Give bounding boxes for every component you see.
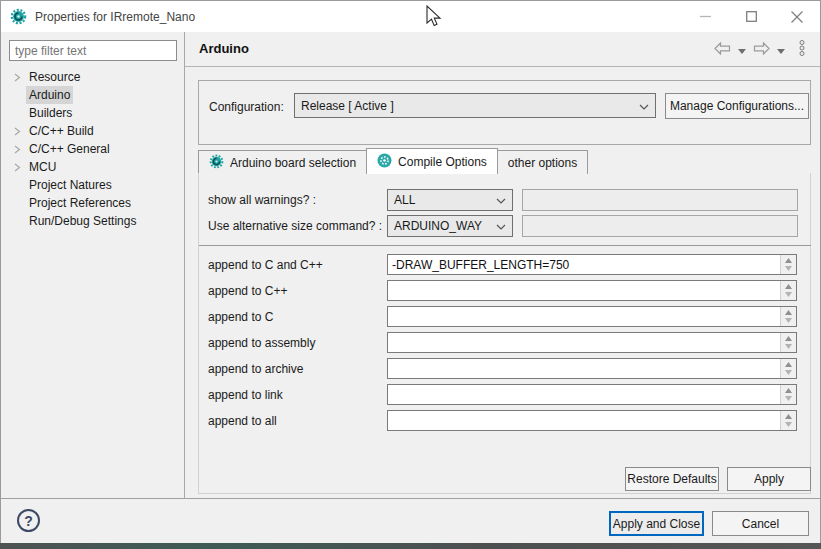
show-all-warnings-extra-field bbox=[522, 189, 798, 211]
chevron-down-icon bbox=[639, 99, 649, 113]
chevron-right-icon[interactable] bbox=[10, 163, 24, 172]
tab-compile-options[interactable]: Compile Options bbox=[366, 148, 498, 174]
minimize-button[interactable] bbox=[682, 1, 728, 32]
minimize-icon bbox=[700, 11, 711, 22]
restore-defaults-button[interactable]: Restore Defaults bbox=[625, 467, 719, 491]
apply-button[interactable]: Apply bbox=[727, 467, 811, 491]
close-icon bbox=[791, 11, 803, 23]
manage-configurations-button[interactable]: Manage Configurations... bbox=[665, 93, 809, 119]
footer-bar: ? Apply and Close Cancel bbox=[1, 499, 820, 543]
tab-arduino-board-selection[interactable]: Arduino board selection bbox=[198, 150, 367, 174]
append-all-input[interactable] bbox=[388, 411, 780, 430]
configuration-label: Configuration: bbox=[209, 100, 284, 114]
spinner-icon[interactable] bbox=[780, 281, 796, 300]
form-separator bbox=[199, 245, 811, 246]
properties-tree-sidebar: Resource Arduino Builders C/C++ Build C/… bbox=[2, 32, 184, 498]
header-divider bbox=[185, 66, 820, 67]
sidebar-divider bbox=[184, 32, 185, 498]
window-title: Properties for IRremote_Nano bbox=[35, 10, 195, 24]
view-menu-icon[interactable] bbox=[798, 40, 806, 59]
append-c-cpp-input[interactable] bbox=[388, 255, 780, 274]
configuration-group: Configuration: Release [ Active ] Manage… bbox=[198, 80, 811, 145]
tab-other-options[interactable]: other options bbox=[497, 150, 588, 174]
tree-item-mcu[interactable]: MCU bbox=[2, 158, 184, 176]
header-nav-tools bbox=[714, 40, 806, 59]
tree-item-cpp-build[interactable]: C/C++ Build bbox=[2, 122, 184, 140]
tab-bar: Arduino board selection Compile Options … bbox=[198, 148, 587, 174]
spinner-icon[interactable] bbox=[780, 333, 796, 352]
tree-item-builders[interactable]: Builders bbox=[2, 104, 184, 122]
append-assembly-input[interactable] bbox=[388, 333, 780, 352]
page-title: Arduino bbox=[199, 41, 249, 56]
maximize-button[interactable] bbox=[728, 1, 774, 32]
chevron-down-icon bbox=[496, 219, 506, 233]
tree-item-resource[interactable]: Resource bbox=[2, 68, 184, 86]
properties-tree: Resource Arduino Builders C/C++ Build C/… bbox=[2, 68, 184, 230]
maximize-icon bbox=[746, 11, 757, 22]
sloeber-gear-icon bbox=[209, 154, 224, 172]
append-all-label: append to all bbox=[208, 414, 277, 428]
spinner-icon[interactable] bbox=[780, 307, 796, 326]
background-window-strip bbox=[0, 543, 821, 549]
spinner-icon[interactable] bbox=[780, 411, 796, 430]
append-link-field-wrap bbox=[387, 384, 797, 405]
sloeber-gear-icon bbox=[10, 8, 27, 25]
compile-options-pane: show all warnings? : ALL Use alternative… bbox=[198, 173, 811, 494]
chevron-down-icon bbox=[496, 193, 506, 207]
append-link-input[interactable] bbox=[388, 385, 780, 404]
back-arrow-icon[interactable] bbox=[714, 42, 731, 58]
tree-item-run-debug-settings[interactable]: Run/Debug Settings bbox=[2, 212, 184, 230]
append-assembly-field-wrap bbox=[387, 332, 797, 353]
append-cpp-label: append to C++ bbox=[208, 284, 287, 298]
apply-and-close-button[interactable]: Apply and Close bbox=[609, 511, 704, 536]
append-assembly-label: append to assembly bbox=[208, 336, 315, 350]
gear-circle-icon bbox=[377, 153, 392, 171]
close-button[interactable] bbox=[774, 1, 820, 32]
tree-item-project-references[interactable]: Project References bbox=[2, 194, 184, 212]
append-archive-label: append to archive bbox=[208, 362, 303, 376]
append-cpp-input[interactable] bbox=[388, 281, 780, 300]
append-archive-input[interactable] bbox=[388, 359, 780, 378]
question-mark-icon: ? bbox=[24, 513, 33, 529]
filter-input[interactable] bbox=[9, 40, 177, 61]
page-header: Arduino bbox=[185, 32, 820, 66]
tree-item-project-natures[interactable]: Project Natures bbox=[2, 176, 184, 194]
cancel-button[interactable]: Cancel bbox=[712, 511, 809, 536]
alternative-size-label: Use alternative size command? : bbox=[208, 219, 382, 233]
properties-dialog: Properties for IRremote_Nano Resource Ar… bbox=[0, 0, 821, 543]
chevron-right-icon[interactable] bbox=[10, 73, 24, 82]
append-cpp-field-wrap bbox=[387, 280, 797, 301]
append-link-label: append to link bbox=[208, 388, 283, 402]
title-bar[interactable]: Properties for IRremote_Nano bbox=[1, 1, 820, 32]
chevron-right-icon[interactable] bbox=[10, 127, 24, 136]
tree-item-arduino[interactable]: Arduino bbox=[2, 86, 184, 104]
spinner-icon[interactable] bbox=[780, 359, 796, 378]
append-archive-field-wrap bbox=[387, 358, 797, 379]
show-all-warnings-label: show all warnings? : bbox=[208, 193, 316, 207]
append-all-field-wrap bbox=[387, 410, 797, 431]
append-c-label: append to C bbox=[208, 310, 273, 324]
append-c-cpp-field-wrap bbox=[387, 254, 797, 275]
alternative-size-select[interactable]: ARDUINO_WAY bbox=[387, 215, 513, 237]
spinner-icon[interactable] bbox=[780, 385, 796, 404]
forward-arrow-icon[interactable] bbox=[753, 42, 770, 58]
alternative-size-extra-field bbox=[522, 215, 798, 237]
forward-dropdown-icon[interactable] bbox=[777, 43, 785, 57]
back-dropdown-icon[interactable] bbox=[738, 43, 746, 57]
append-c-input[interactable] bbox=[388, 307, 780, 326]
chevron-right-icon[interactable] bbox=[10, 145, 24, 154]
append-c-field-wrap bbox=[387, 306, 797, 327]
show-all-warnings-select[interactable]: ALL bbox=[387, 189, 513, 211]
configuration-select[interactable]: Release [ Active ] bbox=[294, 93, 656, 118]
help-button[interactable]: ? bbox=[17, 509, 40, 532]
tree-item-cpp-general[interactable]: C/C++ General bbox=[2, 140, 184, 158]
append-c-cpp-label: append to C and C++ bbox=[208, 258, 323, 272]
spinner-icon[interactable] bbox=[780, 255, 796, 274]
